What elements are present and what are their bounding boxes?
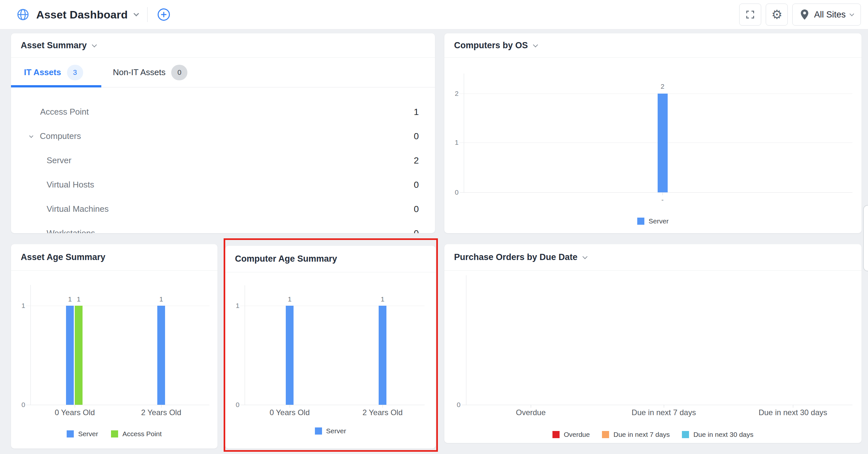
gear-icon: ⚙ — [771, 8, 782, 21]
x-category-label: 2 Years Old — [141, 408, 181, 417]
bar-server-0-years[interactable] — [66, 306, 74, 405]
list-item-access-point[interactable]: Access Point 1 — [11, 100, 435, 124]
tick-mark — [662, 192, 663, 195]
fullscreen-button[interactable] — [739, 4, 761, 26]
legend-item-overdue[interactable]: Overdue — [553, 431, 590, 438]
chevron-down-icon[interactable] — [92, 42, 97, 47]
tab-count-badge: 0 — [171, 65, 187, 80]
bar-server[interactable] — [658, 94, 668, 192]
x-category-label: 0 Years Old — [270, 408, 310, 417]
tick-mark — [531, 405, 531, 408]
chevron-down-icon[interactable] — [533, 42, 538, 47]
gridline — [26, 306, 209, 306]
computers-by-os-card: Computers by OS 2 1 0 2 - Server — [444, 33, 862, 233]
legend-swatch — [682, 431, 689, 438]
bar-server-2-years[interactable] — [157, 306, 165, 405]
gridline — [459, 143, 852, 143]
plus-circle-icon[interactable] — [157, 7, 171, 22]
right-edge-panel[interactable] — [863, 205, 868, 271]
card-header: Asset Age Summary — [11, 244, 217, 271]
settings-button[interactable]: ⚙ — [766, 4, 788, 26]
bar-server-0-years[interactable] — [286, 306, 293, 405]
asset-type-label: Access Point — [40, 107, 89, 117]
y-tick: 0 — [11, 401, 25, 408]
bar-server-2-years[interactable] — [379, 306, 386, 405]
asset-summary-tabs: IT Assets 3 Non-IT Assets 0 — [11, 58, 435, 87]
legend-item-server[interactable]: Server — [67, 430, 98, 438]
legend-swatch — [553, 431, 560, 438]
legend-item-due-7-days[interactable]: Due in next 7 days — [602, 431, 670, 438]
list-item-virtual-hosts[interactable]: Virtual Hosts 0 — [11, 173, 435, 197]
x-axis-line — [459, 192, 852, 193]
chevron-down-icon[interactable] — [133, 11, 139, 16]
chart-legend: Server — [444, 217, 862, 225]
dashboard-switcher: Asset Dashboard — [16, 7, 171, 22]
chevron-down-icon[interactable] — [29, 134, 33, 138]
asset-type-count: 0 — [413, 228, 419, 234]
asset-type-count: 0 — [413, 131, 419, 142]
top-bar-actions: ⚙ All Sites — [739, 4, 861, 26]
asset-type-label: Computers — [40, 131, 81, 141]
location-pin-icon — [800, 9, 809, 20]
bar-value-label: 1 — [381, 295, 384, 303]
y-axis-line — [30, 285, 31, 405]
legend-label: Server — [649, 217, 669, 225]
asset-type-label: Server — [46, 155, 71, 165]
card-header: Computer Age Summary — [225, 246, 436, 272]
chevron-down-icon[interactable] — [583, 254, 588, 260]
chart-legend: Server — [225, 427, 436, 435]
globe-icon — [16, 8, 30, 21]
legend-item-server[interactable]: Server — [315, 427, 346, 435]
tick-mark — [161, 405, 161, 408]
legend-swatch — [637, 218, 644, 225]
asset-summary-card: Asset Summary IT Assets 3 Non-IT Assets … — [11, 33, 435, 233]
page-title: Asset Dashboard — [36, 8, 128, 21]
list-item-computers[interactable]: Computers 0 — [11, 124, 435, 148]
site-filter-button[interactable]: All Sites — [792, 4, 861, 26]
fullscreen-icon — [745, 9, 755, 20]
chart-legend: Server Access Point — [11, 430, 217, 438]
y-tick: 1 — [11, 302, 25, 309]
card-header: Computers by OS — [444, 33, 862, 58]
card-title: Asset Summary — [21, 40, 87, 51]
asset-type-list: Access Point 1 Computers 0 Server 2 Virt… — [11, 87, 435, 233]
x-axis-line — [26, 405, 209, 405]
legend-swatch — [315, 427, 322, 434]
x-category-label: 2 Years Old — [363, 408, 403, 417]
tab-label: IT Assets — [24, 67, 61, 78]
bar-access-point-0-years[interactable] — [75, 306, 83, 405]
tab-it-assets[interactable]: IT Assets 3 — [11, 58, 101, 87]
asset-age-summary-card: Asset Age Summary 1 0 1 1 1 0 Years Old … — [11, 244, 217, 449]
card-title: Computer Age Summary — [235, 254, 337, 264]
list-item-server[interactable]: Server 2 — [11, 148, 435, 173]
top-bar: Asset Dashboard ⚙ All Sites — [0, 0, 868, 29]
legend-label: Server — [78, 430, 98, 438]
bar-value-label: 2 — [660, 83, 664, 90]
y-tick: 0 — [225, 401, 240, 408]
y-axis-line — [466, 275, 466, 405]
list-item-workstations[interactable]: Workstations 0 — [11, 221, 435, 233]
bar-value-label: 1 — [68, 295, 72, 303]
legend-item-server[interactable]: Server — [637, 217, 669, 225]
tick-mark — [664, 405, 664, 408]
x-category-label: Due in next 30 days — [758, 408, 827, 417]
legend-swatch — [111, 430, 118, 437]
x-axis-line — [462, 405, 852, 405]
legend-label: Due in next 7 days — [613, 431, 670, 438]
card-title: Computers by OS — [454, 40, 528, 51]
asset-type-label: Virtual Machines — [46, 204, 109, 214]
list-item-virtual-machines[interactable]: Virtual Machines 0 — [11, 197, 435, 221]
bar-value-label: 1 — [77, 295, 81, 303]
legend-item-access-point[interactable]: Access Point — [111, 430, 161, 438]
x-category-label: Due in next 7 days — [632, 408, 696, 417]
y-tick: 1 — [225, 302, 240, 309]
y-tick: 0 — [444, 188, 459, 196]
x-category-label: - — [661, 196, 664, 204]
legend-label: Due in next 30 days — [693, 431, 753, 438]
card-header: Purchase Orders by Due Date — [444, 244, 862, 271]
tick-mark — [75, 405, 75, 408]
tab-non-it-assets[interactable]: Non-IT Assets 0 — [101, 58, 203, 87]
gridline — [240, 306, 425, 306]
legend-swatch — [67, 430, 74, 437]
legend-item-due-30-days[interactable]: Due in next 30 days — [682, 431, 753, 438]
